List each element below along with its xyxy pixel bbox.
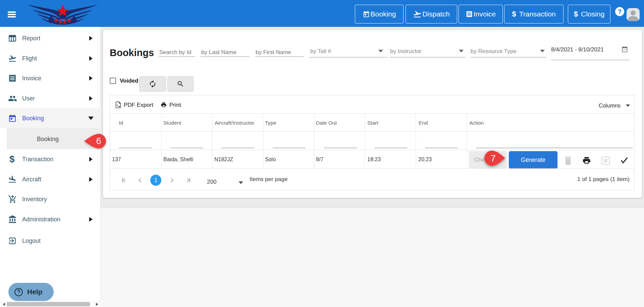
svg-text:7: 7 [490, 153, 496, 164]
svg-text:6: 6 [96, 136, 101, 146]
